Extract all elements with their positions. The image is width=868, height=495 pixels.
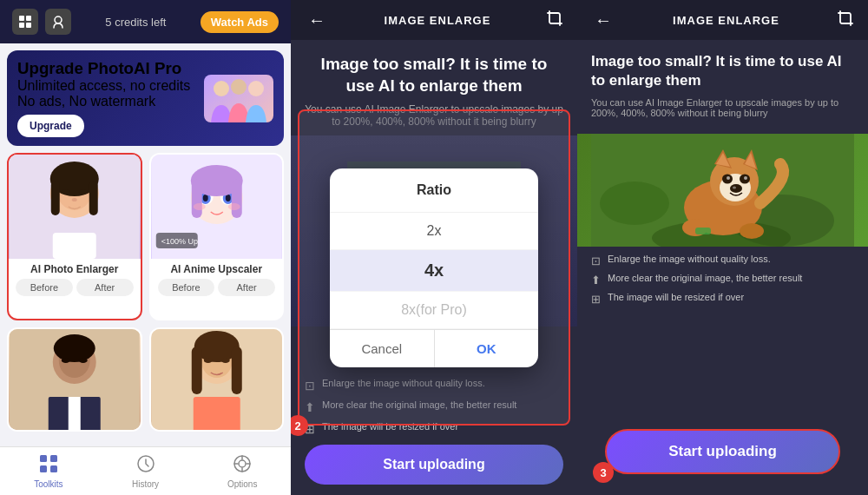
panel3-feature-text-1: Enlarge the image without quality loss.: [608, 254, 771, 264]
panel2-heading: Image too small? It is time to use AI to…: [305, 54, 563, 96]
ratio-dialog-overlay: 2 Ratio 2x 4x 8x(for Pro) Cancel OK: [298, 109, 570, 426]
promo-desc1: Unlimited access, no credits: [17, 78, 190, 94]
panel2-title: IMAGE ENLARGE: [385, 14, 491, 27]
svg-point-56: [239, 460, 246, 467]
watch-ads-button[interactable]: Watch Ads: [201, 11, 279, 33]
ratio-option-2x[interactable]: 2x: [330, 213, 538, 250]
options-icon: [233, 454, 252, 478]
svg-rect-40: [69, 397, 81, 430]
panel3-header: ← IMAGE ENLARGE: [577, 0, 868, 40]
svg-point-7: [248, 81, 264, 96]
tool-card-3-preview: [9, 329, 141, 430]
promo-title: Upgrade PhotoAI Pro: [17, 59, 190, 78]
svg-point-79: [740, 223, 764, 239]
panel2-start-upload-button[interactable]: Start uploading: [305, 445, 563, 485]
credits-text: 5 credits left: [105, 16, 166, 29]
tool-card-4[interactable]: [149, 327, 285, 432]
photo-enlarger-preview: [9, 155, 141, 259]
panel3-heading: Image too small? It is time to use AI to…: [591, 52, 854, 90]
crop-icon[interactable]: [546, 10, 563, 31]
toolkits-label: Toolkits: [34, 479, 62, 489]
svg-point-25: [225, 195, 230, 201]
dialog-actions: Cancel OK: [330, 329, 538, 367]
before-btn-1[interactable]: Before: [16, 279, 73, 296]
bottom-navigation: Toolkits History Options: [0, 446, 291, 495]
panel3-feature-text-3: The image will be resized if over: [608, 292, 744, 302]
anime-upscaler-preview: <100% Up: [151, 155, 283, 259]
svg-point-15: [79, 189, 88, 195]
svg-point-74: [727, 176, 730, 180]
svg-point-62: [600, 182, 669, 225]
svg-point-5: [214, 81, 229, 96]
panel3-feature-1: ⊡ Enlarge the image without quality loss…: [591, 254, 854, 267]
panel3-feature-3: ⊞ The image will be resized if over: [591, 292, 854, 306]
svg-point-29: [193, 203, 205, 210]
nav-history[interactable]: History: [97, 451, 194, 492]
dialog-ok-button[interactable]: OK: [435, 330, 539, 367]
upgrade-button[interactable]: Upgrade: [17, 115, 84, 137]
tool-card-3[interactable]: [7, 327, 142, 432]
svg-point-6: [231, 79, 247, 95]
svg-point-37: [62, 358, 70, 363]
svg-rect-2: [19, 23, 24, 28]
before-after-2: Before After: [151, 279, 283, 303]
panel2-content: Image too small? It is time to use AI to…: [291, 40, 577, 495]
svg-point-76: [730, 184, 742, 193]
options-label: Options: [227, 479, 257, 489]
history-label: History: [132, 479, 159, 489]
dog-photo: [577, 134, 868, 247]
panel3-subtext: You can use AI Image Enlarger to upscale…: [591, 97, 854, 118]
app-logo-area: [12, 9, 71, 35]
nav-options[interactable]: Options: [194, 451, 291, 492]
svg-rect-50: [40, 455, 47, 462]
svg-rect-12: [51, 181, 60, 215]
panel3-start-upload-button[interactable]: Start uploading: [605, 429, 840, 474]
anime-upscaler-label: AI Anime Upscaler: [151, 259, 283, 279]
svg-point-75: [744, 176, 747, 180]
panel3-feature-icon-2: ⬆: [591, 274, 601, 287]
app-icon-1: [12, 9, 38, 35]
photo-enlarger-label: AI Photo Enlarger: [9, 259, 141, 279]
ratio-option-8x[interactable]: 8x(for Pro): [330, 292, 538, 329]
ratio-option-4x[interactable]: 4x: [330, 250, 538, 292]
toolkits-icon: [39, 454, 58, 478]
after-btn-1[interactable]: After: [76, 279, 134, 296]
svg-rect-51: [50, 455, 57, 462]
panel3-text-area: Image too small? It is time to use AI to…: [577, 40, 868, 134]
nav-toolkits[interactable]: Toolkits: [0, 451, 97, 492]
svg-point-24: [202, 195, 207, 201]
panel-image-enlarge-dialog: ← IMAGE ENLARGE Image too small? It is t…: [291, 0, 577, 495]
tool-card-photo-enlarger[interactable]: 1 HOT: [7, 153, 142, 320]
ratio-options-list: 2x 4x 8x(for Pro): [330, 213, 538, 329]
svg-point-4: [55, 16, 62, 23]
panel3-feature-icon-3: ⊞: [591, 293, 601, 306]
svg-text:<100% Up: <100% Up: [161, 237, 197, 246]
before-btn-2[interactable]: Before: [158, 279, 215, 296]
app-icon-2: [45, 9, 71, 35]
svg-rect-0: [19, 16, 24, 21]
svg-rect-52: [40, 465, 47, 472]
svg-rect-49: [193, 397, 240, 430]
panel2-header: ← IMAGE ENLARGE: [291, 0, 577, 40]
panel3-feature-2: ⬆ More clear the original image, the bet…: [591, 273, 854, 287]
svg-rect-17: [53, 233, 96, 259]
dialog-cancel-button[interactable]: Cancel: [330, 330, 435, 367]
panel3-crop-icon[interactable]: [837, 10, 854, 31]
tool-card-4-preview: [151, 329, 283, 430]
after-btn-2[interactable]: After: [218, 279, 275, 296]
panel3-feature-icon-1: ⊡: [591, 254, 601, 267]
svg-point-30: [227, 203, 240, 210]
panel3-title: IMAGE ENLARGE: [673, 14, 779, 27]
panel3-back-button[interactable]: ←: [591, 10, 615, 30]
tool-grid: 1 HOT: [0, 153, 291, 446]
svg-point-14: [62, 189, 70, 195]
tool-card-anime-upscaler[interactable]: HOT: [149, 153, 285, 320]
panel-home: 5 credits left Watch Ads Upgrade PhotoAI…: [0, 0, 291, 495]
history-icon: [136, 454, 155, 478]
home-header: 5 credits left Watch Ads: [0, 0, 291, 43]
panel2-back-button[interactable]: ←: [305, 10, 329, 30]
svg-point-38: [79, 358, 88, 363]
svg-rect-45: [191, 346, 201, 394]
svg-rect-1: [26, 16, 31, 21]
svg-rect-13: [89, 181, 98, 215]
